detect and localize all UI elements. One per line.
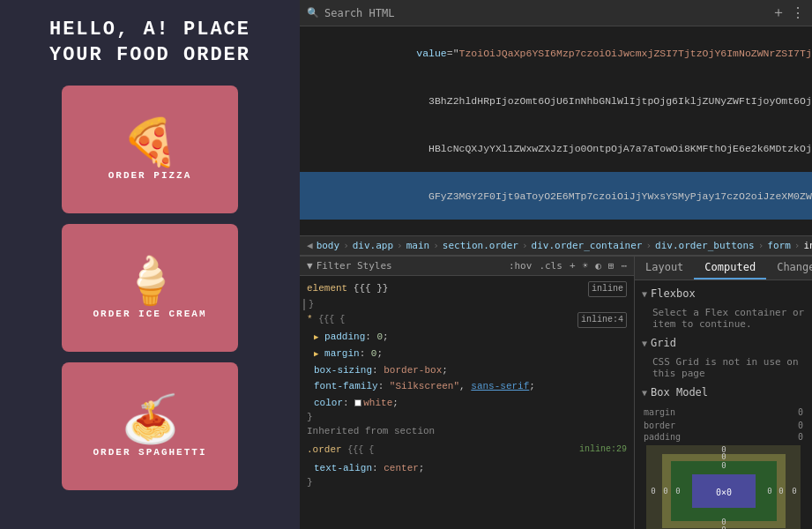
style-props-order: text-align: center; bbox=[300, 460, 634, 477]
svg-text:0: 0 bbox=[721, 461, 726, 470]
margin-label: margin bbox=[644, 407, 675, 417]
breadcrumb-div-buttons[interactable]: div.order_buttons bbox=[655, 240, 755, 251]
breadcrumb: ◀ body › div.app › main › section.order … bbox=[300, 235, 812, 255]
html-line-5: W5NijtoO31zOjc6Im5vb2RsZXMiOiM047czO3OiJ… bbox=[300, 220, 812, 235]
layout-panel: Layout Computed Changes ▼ Flexbox Select… bbox=[635, 257, 812, 529]
spaghetti-label: ORDER SPAGHETTI bbox=[93, 447, 206, 458]
grid-section-header[interactable]: ▼ Grid bbox=[642, 337, 805, 349]
order-spaghetti-card[interactable]: 🍝 ORDER SPAGHETTI bbox=[62, 362, 238, 490]
html-line-2: 3BhZ2hldHRpIjozOmt6OjU6InNhbGNlWlIjtpOjg… bbox=[300, 78, 812, 125]
breadcrumb-div-app[interactable]: div.app bbox=[353, 240, 393, 251]
toolbar-icons: :hov .cls + ☀ ◐ ⊞ ⋯ bbox=[509, 260, 627, 272]
box-model-diagram-container: margin 0 border 0 padding 0 bbox=[642, 404, 805, 529]
style-rule-element: element {{{ }} inline bbox=[300, 279, 634, 299]
svg-text:0: 0 bbox=[767, 487, 771, 495]
border-label: border bbox=[644, 421, 675, 430]
svg-text:0: 0 bbox=[663, 487, 667, 495]
pizza-icon: 🍕 bbox=[122, 119, 179, 165]
html-line-value: value="TzoiOiJQaXp6YSI6Mzp7czoiOiJwcmxjZ… bbox=[300, 30, 812, 78]
page-title: HELLO, A! PLACEYOUR FOOD ORDER bbox=[49, 18, 250, 68]
icecream-icon: 🍦 bbox=[122, 257, 179, 303]
more-styles-icon[interactable]: ⋯ bbox=[621, 260, 627, 272]
order-icecream-card[interactable]: 🍦 ORDER ICE CREAM bbox=[62, 224, 238, 352]
breadcrumb-input[interactable]: input bbox=[803, 240, 812, 251]
tab-computed[interactable]: Computed bbox=[694, 257, 766, 279]
grid-label: Grid bbox=[651, 337, 676, 349]
svg-text:0: 0 bbox=[651, 487, 655, 495]
box-model-border-row: border 0 bbox=[642, 421, 805, 432]
breadcrumb-body[interactable]: body bbox=[317, 240, 340, 251]
tab-layout[interactable]: Layout bbox=[635, 257, 694, 279]
game-panel: HELLO, A! PLACEYOUR FOOD ORDER 🍕 ORDER P… bbox=[0, 0, 300, 529]
html-panel: 🔍 Search HTML ＋ ⋮ value="TzoiOiJQaXp6YSI… bbox=[300, 0, 812, 256]
bottom-panel: ▼ Filter Styles :hov .cls + ☀ ◐ ⊞ ⋯ elem… bbox=[300, 256, 812, 529]
style-rule-star: * {{{ { inline:4 bbox=[300, 310, 634, 330]
filter-styles-text: Filter Styles bbox=[317, 260, 392, 272]
breadcrumb-div-container[interactable]: div.order_container bbox=[532, 240, 643, 251]
styles-toolbar: ▼ Filter Styles :hov .cls + ☀ ◐ ⊞ ⋯ bbox=[300, 257, 634, 276]
styles-panel: ▼ Filter Styles :hov .cls + ☀ ◐ ⊞ ⋯ elem… bbox=[300, 257, 635, 529]
hov-button[interactable]: :hov bbox=[509, 260, 533, 272]
padding-label: padding bbox=[644, 432, 681, 442]
flexbox-section-header[interactable]: ▼ Flexbox bbox=[642, 287, 805, 300]
box-model-arrow: ▼ bbox=[642, 388, 647, 398]
style-rule-inherited-header: Inherited from section bbox=[300, 422, 634, 442]
search-icon: 🔍 bbox=[307, 7, 319, 19]
html-line-selected: GFyZ3MGY2F0Ijt9aToyO2E6MTp7czoiOiJjYWxsY… bbox=[300, 172, 812, 220]
layout-content: ▼ Flexbox Select a Flex container or ite… bbox=[635, 280, 812, 529]
svg-text:0×0: 0×0 bbox=[716, 488, 732, 497]
svg-text:0: 0 bbox=[792, 487, 796, 495]
flexbox-arrow: ▼ bbox=[642, 289, 647, 299]
html-line-3: HBlcNcQXJyYXl1ZWxwZXJzIjo0OntpOjA7a7aTow… bbox=[300, 125, 812, 173]
flexbox-label: Flexbox bbox=[651, 287, 696, 300]
box-model-section-header[interactable]: ▼ Box Model bbox=[642, 386, 805, 399]
light-mode-icon[interactable]: ☀ bbox=[583, 260, 589, 272]
box-model-svg: 0×0 0 0 0 0 0 0 0 0 0 bbox=[646, 445, 801, 529]
filter-icon: ▼ bbox=[307, 260, 313, 272]
layout-tabs: Layout Computed Changes bbox=[635, 257, 812, 280]
html-topbar: 🔍 Search HTML ＋ ⋮ bbox=[300, 0, 812, 26]
html-tree: value="TzoiOiJQaXp6YSI6Mzp7czoiOiJwcmxjZ… bbox=[300, 26, 812, 235]
cls-button[interactable]: .cls bbox=[539, 260, 562, 272]
pizza-label: ORDER PIZZA bbox=[108, 170, 192, 181]
breadcrumb-form[interactable]: form bbox=[767, 240, 791, 251]
box-model-table-header: margin 0 bbox=[642, 407, 805, 421]
svg-text:0: 0 bbox=[721, 452, 726, 461]
svg-text:0: 0 bbox=[778, 487, 783, 495]
icecream-label: ORDER ICE CREAM bbox=[93, 309, 206, 319]
add-style-button[interactable]: + bbox=[570, 260, 576, 272]
box-model-padding-row: padding 0 bbox=[642, 432, 805, 445]
dark-mode-icon[interactable]: ◐ bbox=[595, 260, 601, 272]
styles-content: element {{{ }} inline } * {{{ { inline:4… bbox=[300, 276, 634, 529]
flexbox-description: Select a Flex container or item to conti… bbox=[642, 305, 805, 337]
box-model-visual: 0×0 0 0 0 0 0 0 0 0 0 bbox=[646, 445, 801, 529]
order-pizza-card[interactable]: 🍕 ORDER PIZZA bbox=[62, 86, 238, 213]
grid-icon[interactable]: ⊞ bbox=[608, 260, 615, 272]
spaghetti-icon: 🍝 bbox=[122, 396, 179, 442]
breadcrumb-section-order[interactable]: section.order bbox=[443, 240, 518, 251]
tab-changes[interactable]: Changes bbox=[766, 257, 812, 279]
style-rule-order: .order {{{ { inline:29 bbox=[300, 441, 634, 460]
margin-value-top: 0 bbox=[798, 407, 803, 417]
border-value: 0 bbox=[798, 421, 803, 430]
grid-description: CSS Grid is not in use on this page bbox=[642, 354, 805, 386]
style-props-star: ▶ padding: 0; ▶ margin: 0; box-sizing: b… bbox=[300, 329, 634, 411]
devtools-panel: 🔍 Search HTML ＋ ⋮ value="TzoiOiJQaXp6YSI… bbox=[300, 0, 812, 529]
box-model-label: Box Model bbox=[651, 386, 708, 399]
svg-text:0: 0 bbox=[675, 487, 680, 495]
add-element-button[interactable]: ＋ bbox=[771, 4, 786, 22]
filter-styles-label: ▼ Filter Styles bbox=[307, 260, 392, 272]
more-options-button[interactable]: ⋮ bbox=[791, 4, 805, 21]
svg-text:0: 0 bbox=[721, 518, 726, 526]
breadcrumb-main[interactable]: main bbox=[406, 240, 430, 251]
grid-arrow: ▼ bbox=[642, 339, 647, 348]
padding-value: 0 bbox=[798, 432, 803, 442]
search-html-label[interactable]: Search HTML bbox=[324, 7, 766, 19]
